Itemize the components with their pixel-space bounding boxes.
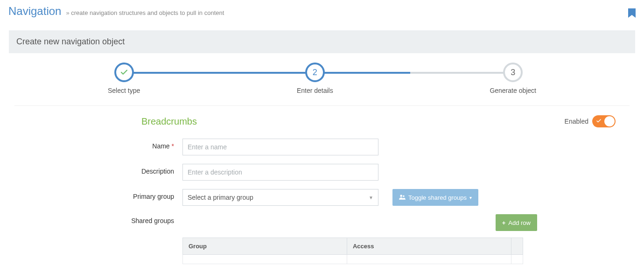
page-subtitle: create navigation structures and objects… [66, 9, 224, 16]
table-header-group: Group [183, 238, 347, 255]
primary-group-label: Primary group [28, 189, 182, 200]
svg-point-0 [400, 195, 402, 197]
plus-icon: + [502, 219, 506, 226]
people-icon [399, 194, 406, 201]
create-panel: Create new navigation object Select type… [8, 30, 636, 273]
page-header: Navigation create navigation structures … [8, 5, 636, 18]
svg-point-1 [403, 195, 405, 197]
add-row-button[interactable]: + Add row [496, 214, 537, 231]
wizard-step-label: Generate object [490, 87, 536, 94]
table-row [183, 255, 523, 264]
wizard-step-select-type[interactable]: Select type [108, 63, 140, 94]
wizard-step-label: Enter details [297, 87, 333, 94]
check-icon [596, 118, 602, 125]
table-header-access: Access [347, 238, 511, 255]
toggle-shared-groups-button[interactable]: Toggle shared groups ▾ [392, 189, 478, 206]
primary-group-select[interactable]: Select a primary group ▼ [182, 189, 378, 206]
enabled-toggle[interactable] [592, 115, 616, 127]
panel-title: Create new navigation object [9, 30, 635, 53]
shared-groups-label: Shared groups [28, 214, 182, 224]
wizard-step-label: Select type [108, 87, 140, 94]
name-label: Name * [28, 139, 182, 150]
wizard-step-generate-object[interactable]: 3 Generate object [490, 63, 536, 94]
name-input[interactable] [182, 139, 378, 155]
chevron-down-icon: ▼ [369, 195, 373, 200]
shared-groups-table: Group Access [182, 238, 523, 264]
enabled-label: Enabled [565, 118, 588, 125]
wizard-step-number: 2 [305, 63, 325, 82]
select-placeholder: Select a primary group [188, 194, 253, 201]
chevron-down-icon: ▾ [469, 195, 472, 200]
object-type-heading: Breadcrumbs [141, 116, 197, 127]
table-header-actions [511, 238, 523, 255]
toggle-knob [604, 116, 615, 126]
wizard-steps: Select type 2 Enter details 3 Generate o… [14, 63, 630, 94]
wizard-step-enter-details[interactable]: 2 Enter details [297, 63, 333, 94]
bookmark-icon[interactable] [628, 8, 636, 20]
check-icon [114, 63, 134, 82]
page-title: Navigation [8, 5, 61, 18]
required-indicator: * [172, 142, 174, 150]
description-input[interactable] [182, 164, 378, 181]
wizard-step-number: 3 [503, 63, 523, 82]
description-label: Description [28, 164, 182, 175]
